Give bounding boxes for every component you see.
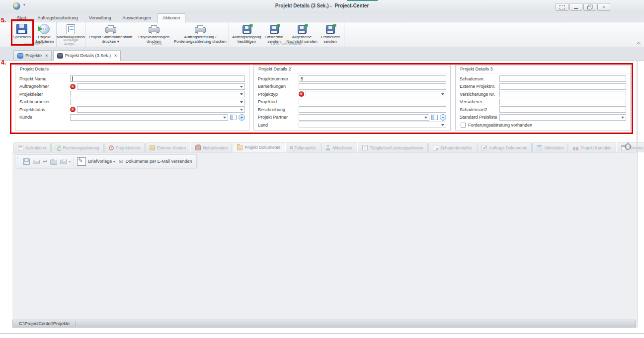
tab-schadenberichte[interactable]: Schadenberichte	[428, 142, 477, 152]
panel-title: Projekt Details	[15, 66, 249, 73]
allgemeine-nachricht-senden-button[interactable]: Allgemeine Nachricht senden	[286, 23, 319, 44]
save-document-icon[interactable]	[23, 158, 30, 165]
print-preview-icon[interactable]	[60, 160, 67, 164]
field-land: Land	[258, 121, 446, 129]
briefvorlage-button[interactable]: Briefvorlage	[88, 159, 112, 164]
ortstermin-senden-button[interactable]: Ortstermin senden	[263, 23, 286, 44]
send-disk-icon	[242, 25, 251, 34]
field-label: Externe Projektnr.	[460, 84, 499, 89]
schadensnr-input[interactable]	[499, 75, 626, 82]
annotation-step-4: 4.	[1, 59, 6, 66]
land-combo[interactable]	[299, 122, 446, 128]
calculator-icon	[18, 145, 23, 150]
briefvorlage-caret-icon[interactable]: ▾	[113, 160, 115, 163]
fullscreen-button[interactable]	[556, 3, 568, 11]
validation-error-icon	[70, 84, 76, 89]
tab-label: Projektzeiten	[116, 145, 140, 150]
open-folder-icon[interactable]	[50, 160, 57, 165]
field-versicherungs-nr: Versicherungs Nr.	[460, 90, 626, 98]
send-disk-icon	[298, 25, 307, 34]
validation-error-icon	[70, 107, 76, 112]
partner-add-icon[interactable]	[440, 114, 446, 121]
minimize-button[interactable]	[569, 3, 582, 11]
ribbon-tab-start[interactable]: Start	[12, 14, 31, 22]
versicherer-input[interactable]	[499, 99, 626, 105]
field-label: Versicherungs Nr.	[460, 92, 499, 97]
toolbar-grip[interactable]	[17, 157, 18, 165]
speichern-button[interactable]: Speichern	[11, 23, 33, 40]
ribbon-group-druck: Projekt Stammdatenblatt drucken ▾ Projek…	[85, 22, 229, 47]
auftragserteilung-drucken-button[interactable]: Auftragserteilung / Forderungsabtretung …	[173, 23, 228, 44]
tab-aktivitaeten[interactable]: Aktivitäten	[532, 142, 568, 152]
tab-teilprojekte[interactable]: Teilprojekte	[286, 142, 321, 152]
tab-projekte[interactable]: Projekte ×	[13, 50, 52, 61]
print-document-icon[interactable]	[33, 160, 40, 164]
externe-projektnr-input[interactable]	[499, 83, 626, 90]
ribbon-tab-auftragsbearbeitung[interactable]: Auftragsbearbeitung	[33, 14, 83, 22]
tab-label: Aktivitäten	[544, 145, 564, 150]
tab-kalkulation[interactable]: Kalkulation	[13, 142, 51, 152]
sachbearbeiter-combo[interactable]	[70, 99, 245, 105]
standard-preisliste-combo[interactable]	[499, 114, 626, 121]
email-envelope-icon: ✉	[119, 158, 123, 165]
bemerkungen-input[interactable]	[299, 83, 446, 90]
tab-projekt-dokumente[interactable]: Projekt Dokumente	[233, 142, 285, 152]
close-button[interactable]: ×	[597, 3, 610, 11]
projekttyp-combo[interactable]	[306, 91, 446, 97]
tab-mitarbeiter[interactable]: Mitarbeiter	[321, 142, 357, 152]
panel-title: Projekt Details 2	[254, 66, 450, 73]
projekt-name-input[interactable]	[70, 75, 245, 82]
email-send-button[interactable]: Dokumente per E-Mail versenden	[126, 159, 192, 164]
kunde-add-icon[interactable]	[239, 114, 245, 121]
projektort-input[interactable]	[299, 99, 446, 105]
auftragnehmer-combo[interactable]	[77, 83, 245, 90]
schadensort2-input[interactable]	[499, 106, 626, 113]
field-projektstatus: Projektstatus	[19, 106, 245, 114]
annotation-step-5: 5.	[1, 17, 6, 24]
tab-nebenkosten[interactable]: Nebenkosten	[191, 142, 232, 152]
kunde-lookup-icon[interactable]	[230, 115, 237, 120]
stammdatenblatt-drucken-button[interactable]: Projekt Stammdatenblatt drucken ▾	[87, 23, 135, 44]
restore-button[interactable]	[583, 3, 596, 11]
ribbon-tab-verwaltung[interactable]: Verwaltung	[84, 14, 116, 22]
ribbon-tab-auswertungen[interactable]: Auswertungen	[117, 14, 156, 22]
document-check-icon	[482, 145, 487, 150]
partner-lookup-icon[interactable]	[431, 115, 438, 120]
group-label-sonstige: sonstige Aufga...	[57, 37, 85, 46]
projektstatus-combo[interactable]	[77, 106, 245, 113]
restore-icon	[587, 6, 591, 9]
auftragseingang-bestaetigen-button[interactable]: Auftragseingang bestätigen	[231, 23, 263, 44]
tab-taetigkeiten[interactable]: Tätigkeiten/Leistungsphasen	[358, 142, 428, 152]
collapse-ribbon-icon[interactable]	[637, 42, 641, 46]
settings-gear-icon[interactable]	[625, 143, 631, 150]
projektnummer-input[interactable]	[299, 75, 446, 82]
erstbericht-senden-button[interactable]: Erstbericht senden	[319, 23, 342, 44]
projekt-partner-combo[interactable]	[299, 114, 429, 121]
field-forderungsabtretung: Forderungsabtretung vorhanden	[461, 123, 532, 128]
close-tab-icon[interactable]: ×	[114, 53, 117, 58]
field-label: Bemerkungen	[258, 84, 299, 89]
tab-rechnungsplanung[interactable]: Rechnungsplanung	[51, 142, 104, 152]
field-label: Versicherer	[460, 99, 499, 104]
tab-auftrags-dokumente[interactable]: Auftrags Dokumente	[477, 142, 532, 152]
versicherungs-nr-input[interactable]	[499, 91, 626, 97]
close-tab-icon[interactable]: ×	[45, 53, 48, 58]
projekt-duplizieren-button[interactable]: Projekt duplizieren	[33, 23, 56, 44]
tab-projekt-kontakte[interactable]: Projekt Kontakte	[568, 142, 616, 152]
tab-projekt-details[interactable]: Projekt Details (3 Sek.) ×	[53, 50, 121, 61]
tab-externe-kosten[interactable]: Externe Kosten	[145, 142, 190, 152]
projektleiter-combo[interactable]	[70, 91, 245, 97]
beschreibung-input[interactable]	[299, 106, 446, 113]
forderungsabtretung-checkbox[interactable]	[461, 123, 466, 128]
ribbon-tab-aktionen[interactable]: Aktionen	[157, 13, 185, 23]
window-title-document: Projekt Details (3 Sek.) -	[275, 3, 333, 8]
validation-error-icon	[299, 91, 304, 97]
tab-projektzeiten[interactable]: Projektzeiten	[104, 142, 145, 152]
tab-label: Kalkulation	[25, 145, 46, 150]
undo-icon[interactable]: ↩	[43, 158, 47, 165]
speichern-label: Speichern	[13, 35, 31, 39]
project-path-label: C:\ProjectCenter\Projekte	[19, 321, 70, 326]
projektunterlagen-drucken-button[interactable]: Projektunterlagen drucken	[135, 23, 173, 44]
dropdown-caret-icon[interactable]: ▾	[69, 160, 71, 163]
kunde-combo[interactable]	[70, 114, 228, 121]
